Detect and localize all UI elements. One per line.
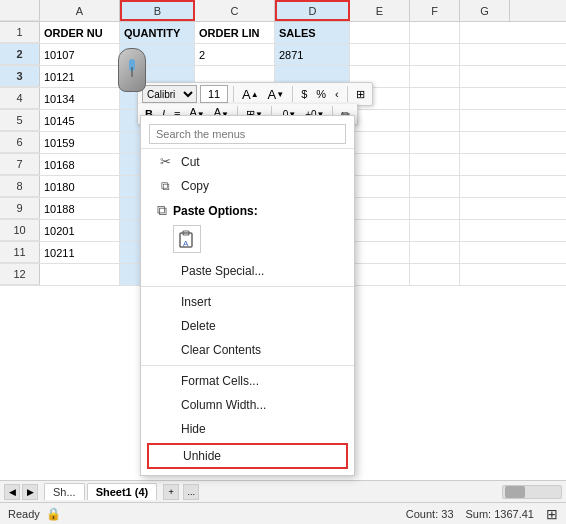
delete-menu-item[interactable]: Delete [141,314,354,338]
cut-label: Cut [181,155,338,169]
cut-icon: ✂ [157,154,173,169]
cell-e12[interactable] [350,264,410,285]
cell-a5[interactable]: 10145 [40,110,120,131]
row-num-7: 7 [0,154,40,175]
cell-f9[interactable] [410,198,460,219]
cell-a9[interactable]: 10188 [40,198,120,219]
col-header-d[interactable]: D [275,0,350,21]
col-header-g[interactable]: G [460,0,510,21]
sheet-nav-left[interactable]: ◀ [4,484,20,500]
cell-f12[interactable] [410,264,460,285]
column-width-label: Column Width... [181,398,338,412]
cell-f5[interactable] [410,110,460,131]
copy-menu-item[interactable]: ⧉ Copy [141,174,354,198]
cell-a2[interactable]: 10107 [40,44,120,65]
cell-f6[interactable] [410,132,460,153]
cell-f3[interactable] [410,66,460,87]
cell-a3[interactable]: 10121 [40,66,120,87]
cell-e7[interactable] [350,154,410,175]
cell-f4[interactable] [410,88,460,109]
col-header-c[interactable]: C [195,0,275,21]
cell-b1[interactable]: QUANTITY [120,22,195,43]
paste-special-menu-item[interactable]: Paste Special... [141,259,354,283]
currency-button[interactable]: $ [298,87,310,101]
row-num-3: 3 [0,66,40,87]
table-row: 1 ORDER NU QUANTITY ORDER LIN SALES [0,22,566,44]
format-cells-menu-item[interactable]: Format Cells... [141,369,354,393]
row-num-5: 5 [0,110,40,131]
col-header-a[interactable]: A [40,0,120,21]
row-num-10: 10 [0,220,40,241]
cell-f8[interactable] [410,176,460,197]
status-bar: Ready 🔒 Count: 33 Sum: 1367.41 ⊞ [0,502,566,524]
comma-button[interactable]: ‹ [332,87,342,101]
ready-label: Ready [8,508,40,520]
cell-a4[interactable]: 10134 [40,88,120,109]
context-menu-search: Search the menus [141,120,354,149]
cell-e1[interactable] [350,22,410,43]
cell-e8[interactable] [350,176,410,197]
paste-options-label: Paste Options: [173,204,258,218]
cell-c2[interactable]: 2 [195,44,275,65]
cell-f11[interactable] [410,242,460,263]
cell-f1[interactable] [410,22,460,43]
cell-f7[interactable] [410,154,460,175]
delete-label: Delete [181,319,338,333]
svg-text:A: A [183,239,189,248]
font-size-input[interactable] [200,85,228,103]
clear-contents-menu-item[interactable]: Clear Contents [141,338,354,362]
sheet-tab-2[interactable]: Sheet1 (4) [87,483,158,500]
cut-menu-item[interactable]: ✂ Cut [141,149,354,174]
cell-a11[interactable]: 10211 [40,242,120,263]
insert-menu-item[interactable]: Insert [141,290,354,314]
cell-e9[interactable] [350,198,410,219]
cell-e6[interactable] [350,132,410,153]
col-header-b[interactable]: B [120,0,195,21]
sheet-tab-1[interactable]: Sh... [44,483,85,500]
increase-font-button[interactable]: A▲ [239,86,262,103]
cell-a10[interactable]: 10201 [40,220,120,241]
column-headers: A B C D E F G [0,0,566,22]
cell-a7[interactable]: 10168 [40,154,120,175]
cell-a12[interactable] [40,264,120,285]
row-num-8: 8 [0,176,40,197]
more-button[interactable]: ⊞ [353,87,368,102]
cell-c1[interactable]: ORDER LIN [195,22,275,43]
percent-button[interactable]: % [313,87,329,101]
cell-a6[interactable]: 10159 [40,132,120,153]
cell-f2[interactable] [410,44,460,65]
cell-d2[interactable]: 2871 [275,44,350,65]
unhide-menu-item[interactable]: Unhide [147,443,348,469]
cell-f10[interactable] [410,220,460,241]
search-input[interactable]: Search the menus [149,124,346,144]
grid-view-icon[interactable]: ⊞ [546,506,558,522]
column-width-menu-item[interactable]: Column Width... [141,393,354,417]
font-family-select[interactable]: Calibri [142,85,197,103]
cell-e11[interactable] [350,242,410,263]
paste-button[interactable]: A [173,225,201,253]
copy-label: Copy [181,179,338,193]
mini-toolbar: Calibri A▲ A▼ $ % ‹ ⊞ [137,82,373,106]
row-num-2: 2 [0,44,40,65]
cell-e10[interactable] [350,220,410,241]
row-num-11: 11 [0,242,40,263]
horizontal-scrollbar[interactable] [502,485,562,499]
copy-icon: ⧉ [157,179,173,193]
paste-options-header: ⧉ Paste Options: [141,198,354,221]
cell-d1[interactable]: SALES [275,22,350,43]
cell-a1[interactable]: ORDER NU [40,22,120,43]
cell-e5[interactable] [350,110,410,131]
cell-a8[interactable]: 10180 [40,176,120,197]
count-label: Count: 33 [406,508,454,520]
decrease-font-button[interactable]: A▼ [265,86,288,103]
col-header-e[interactable]: E [350,0,410,21]
sheet-extras: + ... [163,484,199,500]
cell-e2[interactable] [350,44,410,65]
more-sheets-button[interactable]: ... [183,484,199,500]
col-header-f[interactable]: F [410,0,460,21]
add-sheet-button[interactable]: + [163,484,179,500]
unhide-label: Unhide [183,449,336,463]
sheet-nav-right[interactable]: ▶ [22,484,38,500]
hide-menu-item[interactable]: Hide [141,417,354,441]
row-num-12: 12 [0,264,40,285]
